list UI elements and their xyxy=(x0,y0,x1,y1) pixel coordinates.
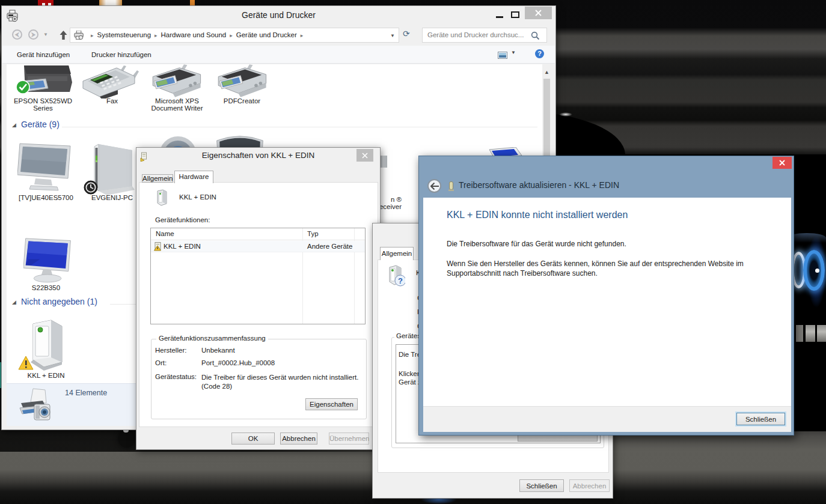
svg-text:?: ? xyxy=(398,276,403,285)
